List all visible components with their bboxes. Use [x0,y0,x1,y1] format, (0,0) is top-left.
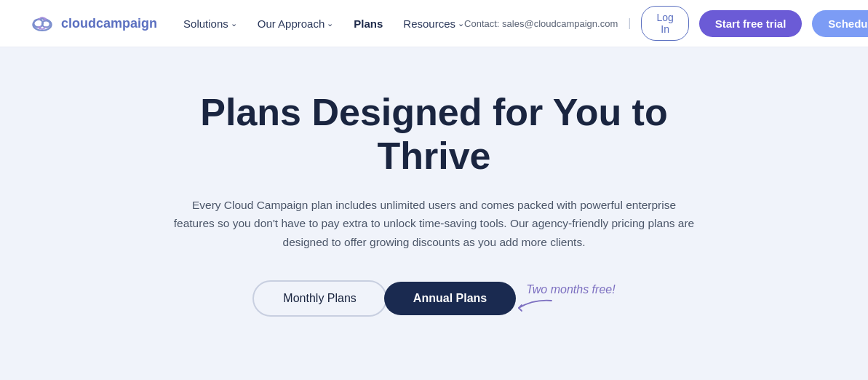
monthly-plans-button[interactable]: Monthly Plans [252,280,387,317]
chevron-down-icon: ⌄ [231,19,237,28]
header-left: cloudcampaign Solutions ⌄ Our Approach ⌄… [29,10,464,36]
nav-item-our-approach[interactable]: Our Approach ⌄ [258,17,334,30]
login-button[interactable]: Log In [641,6,688,41]
logo-icon [29,10,55,36]
chevron-down-icon: ⌄ [327,19,333,28]
free-label-container: Two months free! [526,283,615,314]
chevron-down-icon: ⌄ [458,19,464,28]
contact-label: Contact: sales@cloudcampaign.com [464,18,618,29]
header-right: Contact: sales@cloudcampaign.com | Log I… [464,6,868,41]
header-divider: | [628,17,631,30]
plan-toggle: Monthly Plans Annual Plans Two months fr… [252,280,615,317]
logo-text: cloudcampaign [61,16,157,31]
hero-section: Plans Designed for You to Thrive Every C… [0,47,868,353]
start-trial-button[interactable]: Start free trial [699,10,803,37]
nav-item-solutions[interactable]: Solutions ⌄ [183,17,237,30]
main-nav: Solutions ⌄ Our Approach ⌄ Plans Resourc… [183,17,464,30]
nav-item-resources[interactable]: Resources ⌄ [403,17,464,30]
schedule-demo-button[interactable]: Schedule demo [812,10,868,37]
annual-plans-button[interactable]: Annual Plans [384,282,516,315]
free-months-label: Two months free! [526,283,615,296]
hero-title: Plans Designed for You to Thrive [143,91,725,178]
contact-email: sales@cloudcampaign.com [502,18,618,29]
logo[interactable]: cloudcampaign [29,10,157,36]
site-header: cloudcampaign Solutions ⌄ Our Approach ⌄… [0,0,868,47]
arrow-icon [511,298,555,314]
hero-subtitle: Every Cloud Campaign plan includes unlim… [172,196,696,252]
nav-item-plans[interactable]: Plans [354,17,383,30]
